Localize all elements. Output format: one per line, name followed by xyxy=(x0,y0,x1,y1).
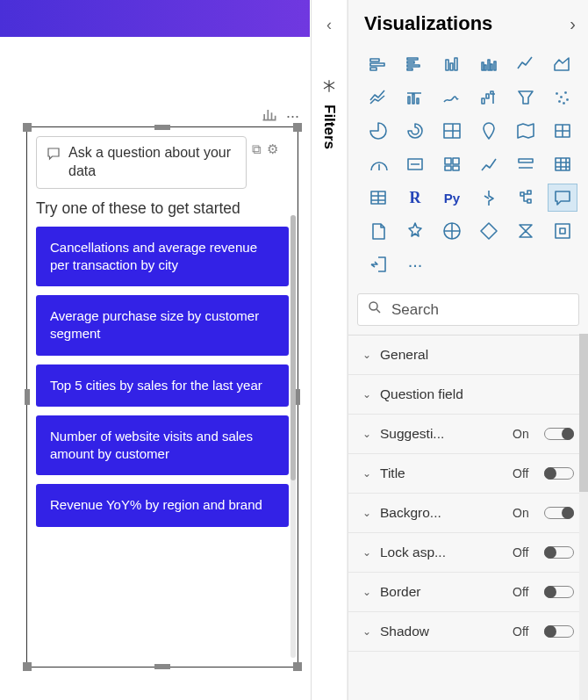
chevron-down-icon: ⌄ xyxy=(362,388,371,401)
qna-prompt: Try one of these to get started xyxy=(36,199,289,218)
format-search-input[interactable]: Search xyxy=(357,293,579,326)
svg-point-0 xyxy=(369,302,377,310)
viz-type-donut[interactable] xyxy=(401,118,429,144)
toggle-state-text: On xyxy=(513,506,541,520)
gear-icon[interactable]: ⚙ xyxy=(267,141,278,157)
visualizations-pane: Visualizations › RPy··· Search ⌄General⌄… xyxy=(348,0,588,700)
search-placeholder: Search xyxy=(391,301,439,319)
format-section[interactable]: ⌄Lock asp...Off xyxy=(348,533,588,573)
viz-type-shape-map[interactable] xyxy=(549,118,577,144)
format-label: Suggesti... xyxy=(380,426,513,442)
viz-type-decomposition[interactable] xyxy=(512,184,540,211)
format-label: Border xyxy=(380,584,513,600)
toggle-state-text: Off xyxy=(513,624,541,639)
viz-type-multi-card[interactable] xyxy=(438,151,466,177)
filter-icon xyxy=(321,78,337,97)
viz-type-line[interactable] xyxy=(512,51,540,77)
viz-type-card[interactable] xyxy=(401,151,429,177)
format-label: General xyxy=(380,347,574,363)
qna-suggestion[interactable]: Cancellations and average revenue per tr… xyxy=(36,227,289,287)
format-section[interactable]: ⌄BorderOff xyxy=(348,573,588,612)
filters-pane-label: Filters xyxy=(320,105,338,149)
scrollbar[interactable] xyxy=(290,215,296,658)
filters-pane-collapsed[interactable]: ‹ Filters xyxy=(311,0,348,700)
format-section[interactable]: ⌄ShadowOff xyxy=(348,612,588,652)
viz-type-clustered-column[interactable] xyxy=(475,51,503,77)
report-canvas[interactable]: ··· Ask a question about your data ⧉ ⚙ xyxy=(0,0,310,700)
chevron-down-icon: ⌄ xyxy=(362,428,371,440)
toggle-state-text: On xyxy=(513,427,541,441)
viz-type-funnel[interactable] xyxy=(512,84,540,111)
chevron-down-icon: ⌄ xyxy=(362,507,371,519)
viz-type-key-influencers[interactable] xyxy=(475,184,503,211)
convert-visual-icon[interactable]: ⧉ xyxy=(252,141,262,157)
viz-type-get-more[interactable] xyxy=(364,251,392,278)
format-label: Shadow xyxy=(380,624,513,639)
visualization-type-grid: RPy··· xyxy=(348,51,588,288)
viz-type-qna[interactable] xyxy=(549,184,577,211)
viz-type-py-visual[interactable]: Py xyxy=(438,184,466,211)
viz-type-treemap[interactable] xyxy=(438,118,466,144)
search-icon xyxy=(367,299,383,320)
format-label: Question field xyxy=(380,386,574,402)
qna-visual[interactable]: Ask a question about your data ⧉ ⚙ Try o… xyxy=(26,126,298,668)
viz-type-ribbon[interactable] xyxy=(438,84,466,111)
toggle-switch[interactable] xyxy=(544,428,574,440)
viz-type-arcgis[interactable] xyxy=(438,218,466,244)
toggle-switch[interactable] xyxy=(544,507,574,519)
viz-type-clustered-bar[interactable] xyxy=(401,51,429,77)
format-section[interactable]: ⌄Question field xyxy=(348,375,588,415)
viz-type-slicer[interactable] xyxy=(512,151,540,177)
pane-title: Visualizations xyxy=(364,12,492,35)
viz-type-waterfall[interactable] xyxy=(475,84,503,111)
qna-placeholder: Ask a question about your data xyxy=(68,144,237,181)
toggle-switch[interactable] xyxy=(544,467,574,480)
format-label: Backgro... xyxy=(380,505,513,521)
qna-suggestion[interactable]: Number of website visits and sales amoun… xyxy=(36,415,289,476)
viz-type-paginated[interactable] xyxy=(364,218,392,244)
toggle-switch[interactable] xyxy=(544,586,574,598)
purple-header-bar xyxy=(0,0,310,37)
chevron-down-icon: ⌄ xyxy=(362,586,371,598)
qna-suggestion[interactable]: Average purchase size by customer segmen… xyxy=(36,295,289,356)
viz-type-stacked-column[interactable] xyxy=(438,51,466,77)
chevron-right-icon[interactable]: › xyxy=(570,14,576,34)
viz-type-matrix[interactable] xyxy=(364,184,392,211)
chevron-down-icon: ⌄ xyxy=(362,546,371,559)
viz-type-custom[interactable] xyxy=(549,218,577,244)
viz-type-gauge[interactable] xyxy=(364,151,392,177)
chevron-left-icon[interactable]: ‹ xyxy=(312,16,347,34)
format-section[interactable]: ⌄Suggesti...On xyxy=(348,415,588,454)
chat-bubble-icon xyxy=(46,146,61,165)
bar-chart-icon[interactable] xyxy=(260,105,279,127)
qna-suggestion[interactable]: Top 5 cities by sales for the last year xyxy=(36,364,289,407)
qna-suggestion[interactable]: Revenue YoY% by region and brand xyxy=(36,484,289,526)
viz-type-ellipsis[interactable]: ··· xyxy=(401,251,429,278)
viz-type-stacked-bar[interactable] xyxy=(364,51,392,77)
viz-type-line-stacked[interactable] xyxy=(364,84,392,111)
qna-input[interactable]: Ask a question about your data xyxy=(36,136,247,189)
viz-type-r-visual[interactable]: R xyxy=(401,184,429,211)
viz-type-line-clustered[interactable] xyxy=(401,84,429,111)
toggle-switch[interactable] xyxy=(544,546,574,559)
toggle-switch[interactable] xyxy=(544,625,574,638)
viz-type-area[interactable] xyxy=(549,51,577,77)
viz-type-map[interactable] xyxy=(475,118,503,144)
format-properties-list: ⌄General⌄Question field⌄Suggesti...On⌄Ti… xyxy=(348,335,588,652)
viz-type-scatter[interactable] xyxy=(549,84,577,111)
viz-type-table[interactable] xyxy=(549,151,577,177)
viz-type-power-apps[interactable] xyxy=(475,218,503,244)
format-section[interactable]: ⌄General xyxy=(348,336,588,375)
format-section[interactable]: ⌄Backgro...On xyxy=(348,494,588,533)
viz-type-power-automate[interactable] xyxy=(512,218,540,244)
viz-type-more[interactable] xyxy=(401,218,429,244)
toggle-state-text: Off xyxy=(513,585,541,599)
viz-type-filled-map[interactable] xyxy=(512,118,540,144)
viz-type-kpi[interactable] xyxy=(475,151,503,177)
chevron-down-icon: ⌄ xyxy=(362,349,371,361)
chevron-down-icon: ⌄ xyxy=(362,467,371,480)
scrollbar[interactable] xyxy=(579,334,588,700)
format-section[interactable]: ⌄TitleOff xyxy=(348,454,588,494)
format-label: Lock asp... xyxy=(380,545,513,560)
viz-type-pie[interactable] xyxy=(364,118,392,144)
